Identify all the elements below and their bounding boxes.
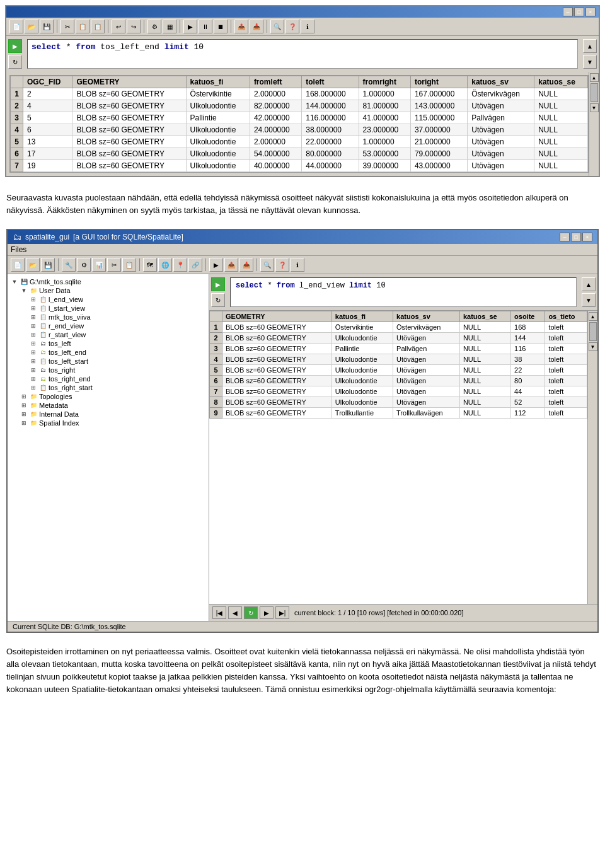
sp-cell-ostieto: toleft [545, 376, 587, 386]
help-btn[interactable]: ❓ [285, 20, 299, 33]
tree-tosrightend[interactable]: ⊞ 🗂 tos_right_end [11, 374, 205, 383]
sp-row-num: 5 [210, 365, 222, 376]
tree-root[interactable]: ▼ 💾 G:\mtk_tos.sqlite [11, 277, 205, 286]
sp-info-btn[interactable]: ℹ [291, 258, 304, 272]
tree-userdata[interactable]: ▼ 📁 User Data [11, 286, 205, 295]
spatialite-close[interactable]: × [582, 233, 592, 241]
nav-refresh[interactable]: ↻ [244, 606, 258, 619]
sp-geo1[interactable]: 🗺 [143, 258, 157, 272]
tree-spatialindex[interactable]: ⊞ 📁 Spatial Index [11, 419, 205, 427]
sp-scroll-up-sql[interactable]: ▲ [582, 277, 596, 291]
col-header-toleft: toleft [302, 76, 359, 88]
tool2-btn[interactable]: ▦ [163, 20, 176, 33]
run-btn[interactable]: ▶ [183, 20, 197, 33]
nav-first[interactable]: |◀ [212, 606, 226, 619]
sp-cell-katuosfi: Ulkoluodontie [331, 354, 393, 365]
sp-tool4[interactable]: ✂ [107, 258, 121, 272]
sp-run-sql-btn[interactable]: ▶ [211, 277, 225, 291]
sp-cell-katuossv: Utövägen [393, 354, 460, 365]
tree-lstart-label: l_start_view [49, 304, 85, 312]
save-btn[interactable]: 💾 [40, 20, 54, 33]
sp-scroll-dn[interactable]: ▼ [589, 342, 597, 351]
export-btn[interactable]: 📤 [234, 20, 248, 33]
tree-lstartview[interactable]: ⊞ 📋 l_start_view [11, 304, 205, 313]
maximize-btn[interactable]: □ [574, 8, 584, 16]
nav-next[interactable]: ▶ [260, 606, 274, 619]
sp-cell-katuossv: Utövägen [393, 386, 460, 397]
sp-cell-katuosfi: Ulkoluodontie [331, 333, 393, 344]
sp-new-btn[interactable]: 📄 [11, 258, 25, 272]
sp-cell-geometry: BLOB sz=60 GEOMETRY [222, 376, 332, 386]
cell-fromleft: 54.000000 [250, 148, 301, 160]
tree-topologies[interactable]: ⊞ 📁 Topologies [11, 392, 205, 401]
sp-tool1[interactable]: 🔧 [62, 258, 76, 272]
copy-btn[interactable]: 📋 [76, 20, 89, 33]
top-scroll-down[interactable]: ▼ [583, 55, 597, 69]
sp-tool3[interactable]: 📊 [92, 258, 106, 272]
sp-run-btn[interactable]: ▶ [209, 258, 223, 272]
sp-scrollbar-v: ▲ ▼ [587, 311, 597, 604]
open-btn[interactable]: 📂 [25, 20, 38, 33]
sp-export-btn[interactable]: 📤 [224, 258, 238, 272]
run-sql-btn[interactable]: ▶ [8, 39, 22, 53]
sp-geo3[interactable]: 📍 [173, 258, 187, 272]
scroll-thumb[interactable] [591, 83, 598, 102]
tree-internaldata[interactable]: ⊞ 📁 Internal Data [11, 410, 205, 419]
sp-geo2[interactable]: 🌐 [158, 258, 172, 272]
sp-open-btn[interactable]: 📂 [26, 258, 40, 272]
folder-icon-topologies: 📁 [30, 393, 37, 400]
sp-tool2[interactable]: ⚙ [77, 258, 91, 272]
tree-mtkviiva[interactable]: ⊞ 📋 mtk_tos_viiva [11, 313, 205, 321]
sp-refresh-btn[interactable]: ↻ [211, 293, 225, 307]
stop-btn[interactable]: ⏹ [214, 20, 228, 33]
paste-btn[interactable]: 📋 [91, 20, 105, 33]
cell-katuosse: NULL [534, 88, 588, 100]
sp-star: * [267, 281, 276, 290]
undo-btn[interactable]: ↩ [112, 20, 125, 33]
minimize-btn[interactable]: – [563, 8, 573, 16]
refresh-btn[interactable]: ↻ [8, 55, 22, 69]
sp-scroll-dn-sql[interactable]: ▼ [582, 293, 596, 307]
sp-import-btn[interactable]: 📥 [239, 258, 253, 272]
cut-btn[interactable]: ✂ [60, 20, 74, 33]
menu-files[interactable]: Files [11, 245, 26, 254]
scroll-down-arrow[interactable]: ▼ [590, 103, 599, 112]
sp-geo4[interactable]: 🔗 [188, 258, 202, 272]
tree-rstartview[interactable]: ⊞ 📋 r_start_view [11, 330, 205, 339]
top-scroll-up[interactable]: ▲ [583, 39, 597, 53]
sql-table-name: tos_left_end [100, 42, 164, 52]
sp-zoom-btn[interactable]: 🔍 [260, 258, 274, 272]
sp-thumb[interactable] [589, 322, 597, 341]
tool1-btn[interactable]: ⚙ [147, 20, 161, 33]
spatialite-sql-editor[interactable]: select * from l_end_view limit 10 [230, 277, 577, 307]
tree-tosleftstart-label: tos_left_start [49, 357, 88, 365]
tree-tosleftstart[interactable]: ⊞ 📋 tos_left_start [11, 357, 205, 366]
pause-btn[interactable]: ⏸ [199, 20, 212, 33]
sp-save-btn[interactable]: 💾 [41, 258, 55, 272]
search-icon-btn[interactable]: 🔍 [270, 20, 284, 33]
tree-tosleftend[interactable]: ⊞ 🗂 tos_left_end [11, 348, 205, 357]
close-btn[interactable]: × [585, 8, 596, 16]
tree-rendview[interactable]: ⊞ 📋 r_end_view [11, 321, 205, 330]
new-btn[interactable]: 📄 [9, 20, 23, 33]
sp-row-num: 9 [210, 408, 222, 419]
redo-btn[interactable]: ↪ [127, 20, 141, 33]
sp-tool5[interactable]: 📋 [122, 258, 136, 272]
nav-prev[interactable]: ◀ [228, 606, 242, 619]
scroll-up-arrow[interactable]: ▲ [590, 73, 599, 82]
help2-btn[interactable]: ℹ [301, 20, 314, 33]
sp-scroll-up[interactable]: ▲ [589, 312, 597, 321]
import-btn[interactable]: 📥 [250, 20, 263, 33]
tree-tosright[interactable]: ⊞ 🗂 tos_right [11, 366, 205, 374]
tree-tosrightstart[interactable]: ⊞ 📋 tos_right_start [11, 383, 205, 392]
top-sql-editor[interactable]: select * from tos_left_end limit 10 [27, 39, 578, 69]
spatialite-maximize[interactable]: □ [571, 233, 581, 241]
cell-fromleft: 40.000000 [250, 160, 301, 172]
sp-help-btn[interactable]: ❓ [275, 258, 289, 272]
nav-last[interactable]: ▶| [275, 606, 289, 619]
tree-tosleft[interactable]: ⊞ 🗂 tos_left [11, 339, 205, 348]
tree-lendview[interactable]: ⊞ 📋 l_end_view [11, 295, 205, 304]
tree-metadata[interactable]: ⊞ 📁 Metadata [11, 401, 205, 410]
col-header-katuosfi: katuos_fi [186, 76, 250, 88]
spatialite-minimize[interactable]: – [560, 233, 570, 241]
